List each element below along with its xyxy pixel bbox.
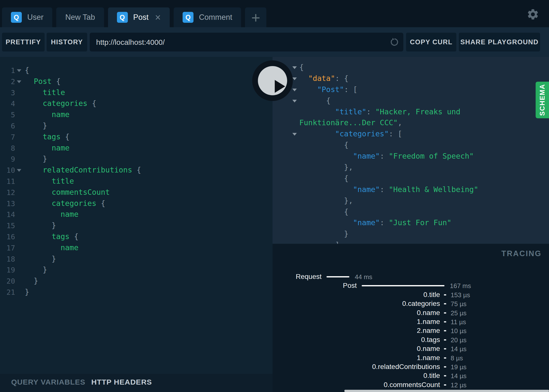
- response-code: },: [299, 196, 353, 205]
- line-number: 15: [0, 221, 15, 230]
- query-code: name: [25, 144, 70, 152]
- line-number: 2: [0, 77, 15, 86]
- query-line: 9 }: [0, 153, 273, 165]
- response-code: "name": "Freedom of Speech": [299, 152, 474, 160]
- fold-arrow-icon[interactable]: [17, 169, 21, 172]
- tracing-row-label: 0.name: [273, 309, 440, 317]
- prettify-button[interactable]: PRETTIFY: [2, 33, 45, 51]
- tracing-row-duration: 167 ms: [450, 282, 471, 290]
- tab-strip: QUserNew TabQPost×QComment +: [0, 0, 549, 27]
- response-line: Funktionäre...Der CCC",: [273, 117, 549, 128]
- tab-post[interactable]: QPost×: [108, 7, 170, 27]
- query-lines: 1{2 Post {3 title4 categories {5 name6 }…: [0, 65, 273, 298]
- toolbar: PRETTIFY HISTORY COPY CURL SHARE PLAYGRO…: [0, 27, 549, 57]
- copy-curl-button[interactable]: COPY CURL: [406, 33, 456, 51]
- response-code: ]: [299, 241, 340, 244]
- query-line: 5 name: [0, 109, 273, 120]
- close-tab-icon[interactable]: ×: [155, 12, 161, 22]
- line-number: 20: [0, 277, 15, 285]
- tracing-row-duration: 14 µs: [451, 345, 467, 353]
- response-line: "data": {: [273, 73, 549, 84]
- tracing-row: 0.commentsCount12 µs: [273, 380, 549, 389]
- response-code: {: [299, 96, 330, 105]
- query-code: }: [25, 276, 38, 285]
- response-code: {: [299, 174, 349, 183]
- query-line: 18 }: [0, 253, 273, 265]
- query-line: 12 commentsCount: [0, 187, 273, 198]
- fold-arrow-icon[interactable]: [292, 133, 297, 136]
- line-number: 13: [0, 199, 15, 208]
- query-line: 10 relatedContributions {: [0, 165, 273, 176]
- horizontal-scrollbar[interactable]: [344, 390, 549, 392]
- history-button[interactable]: HISTORY: [47, 33, 87, 51]
- tab-new-tab[interactable]: New Tab: [56, 7, 104, 27]
- tracing-duration-dot: [444, 312, 446, 314]
- line-number: 9: [0, 155, 15, 163]
- gear-icon: [526, 8, 539, 21]
- prettify-label: PRETTIFY: [6, 38, 41, 46]
- tracing-row-label: 0.commentsCount: [273, 381, 440, 389]
- tracing-row-label: 0.relatedContributions: [273, 363, 440, 371]
- query-badge-icon: Q: [11, 12, 22, 23]
- fold-arrow-icon[interactable]: [292, 100, 297, 102]
- tracing-row: Post167 ms: [273, 281, 549, 290]
- settings-button[interactable]: [526, 8, 539, 21]
- tracing-title: TRACING: [501, 249, 542, 258]
- response-line: "name": "Freedom of Speech": [273, 151, 549, 162]
- line-number: 11: [0, 177, 15, 186]
- line-number: 3: [0, 89, 15, 97]
- response-line: {: [273, 173, 549, 184]
- tracing-row-duration: 14 µs: [451, 372, 467, 380]
- tracing-row-label: 2.name: [273, 327, 440, 335]
- graphql-playground: QUserNew TabQPost×QComment + PRETTIFY HI…: [0, 0, 549, 392]
- query-line: 7 tags {: [0, 131, 273, 143]
- query-line: 3 title: [0, 87, 273, 98]
- query-variables-tab[interactable]: QUERY VARIABLES: [11, 378, 85, 386]
- execute-button[interactable]: [252, 60, 293, 101]
- response-code: Funktionäre...Der CCC",: [299, 118, 402, 127]
- fold-arrow-icon[interactable]: [17, 69, 21, 72]
- share-playground-button[interactable]: SHARE PLAYGROUND: [459, 33, 540, 51]
- query-code: }: [25, 288, 29, 296]
- query-line: 16 tags {: [0, 231, 273, 242]
- tracing-row-duration: 20 µs: [451, 336, 467, 344]
- tab-comment[interactable]: QComment: [174, 7, 241, 27]
- fold-arrow-icon[interactable]: [17, 80, 21, 83]
- fold-arrow-icon[interactable]: [292, 77, 297, 80]
- reload-schema-button[interactable]: [389, 37, 400, 48]
- line-number: 12: [0, 188, 15, 197]
- tracing-row-label: 0.categories: [273, 300, 440, 308]
- tracing-row-duration: 10 µs: [451, 327, 467, 335]
- query-code: relatedContributions {: [25, 166, 141, 174]
- line-number: 7: [0, 133, 15, 141]
- query-line: 17 name: [0, 242, 273, 253]
- query-editor[interactable]: 1{2 Post {3 title4 categories {5 name6 }…: [0, 57, 273, 374]
- line-number: 19: [0, 266, 15, 274]
- new-tab-button[interactable]: +: [245, 7, 266, 27]
- tab-user[interactable]: QUser: [2, 7, 52, 27]
- response-line: "name": "Just For Fun": [273, 217, 549, 228]
- query-code: name: [25, 243, 79, 252]
- query-badge-icon: Q: [117, 12, 128, 23]
- query-line: 2 Post {: [0, 76, 273, 87]
- query-code: }: [25, 254, 56, 263]
- query-line: 4 categories {: [0, 98, 273, 109]
- query-line: 11 title: [0, 176, 273, 187]
- http-headers-tab[interactable]: HTTP HEADERS: [91, 378, 152, 386]
- response-line: "title": "Hacker, Freaks und: [273, 106, 549, 118]
- tracing-row-label: 0.name: [273, 345, 440, 353]
- fold-arrow-icon[interactable]: [292, 89, 297, 91]
- fold-arrow-icon[interactable]: [292, 66, 297, 69]
- query-line: 1{: [0, 65, 273, 76]
- line-number: 10: [0, 166, 15, 174]
- schema-sidebar-button[interactable]: SCHEMA: [536, 82, 549, 118]
- tracing-row-duration: 153 µs: [451, 291, 470, 299]
- endpoint-bar: [90, 33, 403, 51]
- endpoint-input[interactable]: [96, 33, 386, 52]
- tracing-duration-dot: [444, 303, 446, 304]
- line-number: 1: [0, 66, 15, 75]
- tracing-duration-dot: [444, 384, 446, 386]
- query-code: categories {: [25, 199, 105, 208]
- query-code: title: [25, 177, 74, 185]
- tracing-row-duration: 11 µs: [451, 318, 466, 326]
